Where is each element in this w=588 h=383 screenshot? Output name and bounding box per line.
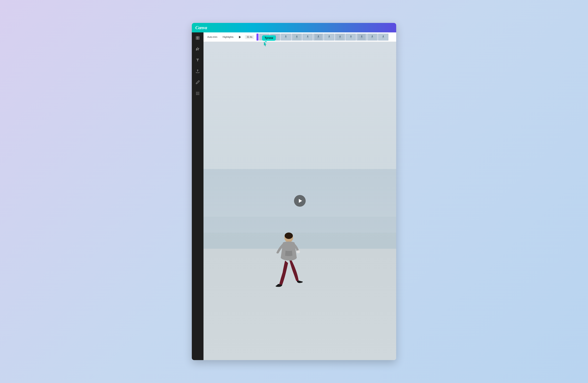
svg-rect-95 [369, 34, 376, 40]
svg-rect-87 [358, 34, 365, 40]
sidebar-item-upload[interactable] [194, 68, 201, 74]
film-thumb-9 [346, 34, 356, 41]
video-play-button[interactable] [294, 195, 306, 207]
header-bar: Canva [192, 23, 396, 32]
svg-line-101 [371, 37, 372, 37]
runner-scene [204, 42, 396, 360]
sidebar-item-draw[interactable] [194, 79, 201, 85]
svg-line-69 [328, 37, 329, 37]
svg-point-10 [199, 93, 199, 94]
svg-point-8 [196, 93, 197, 94]
svg-point-112 [285, 233, 293, 239]
svg-point-56 [318, 36, 319, 36]
autotrim-button[interactable]: Auto-trim [206, 35, 219, 39]
sidebar-item-elements[interactable] [194, 46, 201, 52]
film-thumb-12 [378, 34, 388, 41]
cursor-arrow-icon [263, 42, 267, 48]
sidebar-item-apps[interactable] [194, 90, 201, 97]
svg-rect-39 [293, 34, 300, 40]
svg-rect-0 [196, 37, 197, 38]
svg-point-72 [340, 36, 340, 37]
svg-point-80 [351, 36, 351, 36]
svg-rect-47 [304, 34, 311, 40]
svg-point-48 [307, 36, 308, 36]
video-preview [204, 42, 396, 360]
svg-point-64 [329, 36, 330, 36]
canva-logo: Canva [195, 25, 207, 30]
sidebar-item-layout[interactable] [194, 35, 201, 41]
timeline-toolbar: Auto-trim Highlights 32.4s Tyrone [204, 32, 396, 42]
svg-point-96 [372, 36, 373, 36]
svg-rect-63 [326, 34, 333, 40]
svg-line-53 [307, 37, 308, 37]
duration-display: 32.4s [245, 35, 254, 39]
film-thumb-6 [313, 34, 324, 41]
app-window: Canva [192, 23, 396, 360]
svg-point-88 [361, 36, 362, 36]
svg-point-9 [197, 93, 198, 94]
svg-point-104 [383, 36, 384, 36]
sidebar [192, 32, 204, 360]
svg-rect-1 [198, 37, 199, 38]
svg-point-40 [296, 36, 297, 37]
svg-rect-103 [379, 34, 387, 40]
film-thumb-7 [324, 34, 335, 41]
svg-point-7 [199, 92, 199, 93]
svg-point-12 [197, 94, 198, 95]
svg-point-11 [196, 94, 197, 95]
tooltip-label: Tyrone [262, 35, 276, 41]
svg-point-13 [199, 94, 199, 95]
playhead[interactable] [256, 34, 258, 41]
highlights-button[interactable]: Highlights [221, 35, 235, 39]
content-area: Auto-trim Highlights 32.4s Tyrone [204, 32, 396, 360]
film-thumb-4 [292, 34, 302, 41]
svg-point-113 [296, 250, 300, 253]
play-button[interactable] [237, 34, 243, 40]
svg-rect-55 [315, 34, 322, 40]
timeline-container: Tyrone [256, 34, 394, 41]
svg-line-85 [350, 37, 351, 37]
svg-rect-3 [198, 38, 199, 40]
svg-rect-79 [347, 34, 355, 40]
svg-rect-4 [196, 49, 197, 50]
svg-rect-2 [196, 38, 197, 40]
svg-line-37 [285, 37, 286, 37]
film-thumb-5 [302, 34, 313, 41]
svg-rect-31 [282, 34, 290, 40]
svg-marker-14 [239, 36, 241, 38]
film-thumb-8 [335, 34, 345, 41]
svg-point-5 [196, 92, 197, 93]
film-strip [256, 34, 388, 41]
sidebar-item-text[interactable] [194, 57, 201, 63]
cursor-tooltip-container: Tyrone [262, 35, 276, 41]
film-thumb-10 [356, 34, 367, 41]
svg-point-32 [285, 36, 286, 36]
runner-figure [260, 229, 309, 297]
svg-point-6 [197, 92, 198, 93]
svg-marker-114 [299, 199, 302, 203]
film-thumb-11 [367, 34, 378, 41]
film-thumb-3 [281, 34, 291, 41]
svg-rect-71 [336, 34, 344, 40]
main-area: Auto-trim Highlights 32.4s Tyrone [192, 32, 396, 360]
